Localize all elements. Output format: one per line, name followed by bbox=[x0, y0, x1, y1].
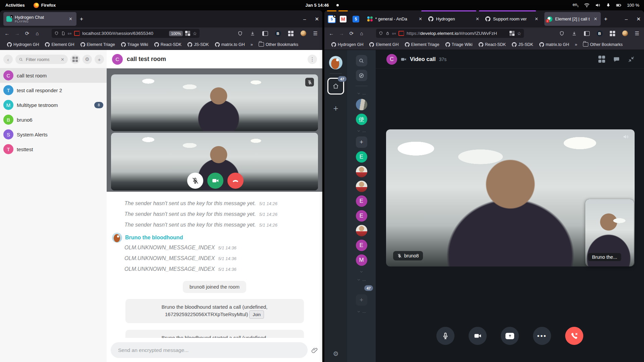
permissions-icon[interactable]: o≡ bbox=[392, 32, 396, 35]
forward-button[interactable]: → bbox=[336, 31, 346, 36]
section-collapse-row[interactable]: … bbox=[357, 128, 366, 133]
room-avatar-char[interactable]: 使 bbox=[356, 114, 367, 125]
split-view-icon[interactable] bbox=[509, 31, 515, 36]
permissions-icon[interactable]: o≡ bbox=[68, 32, 72, 35]
room-avatar-letter[interactable]: E bbox=[356, 151, 367, 163]
zoom-level-chip[interactable]: 100% bbox=[169, 31, 183, 36]
hangup-button[interactable] bbox=[565, 327, 583, 345]
close-window-button[interactable]: ✕ bbox=[315, 16, 319, 22]
room-avatar[interactable]: C bbox=[386, 54, 397, 65]
room-avatar-photo[interactable] bbox=[356, 225, 367, 236]
settings-gear-button[interactable]: ⚙ bbox=[83, 55, 92, 64]
clock[interactable]: Jan 5 14:46 bbox=[0, 3, 644, 8]
mute-mic-button[interactable] bbox=[187, 173, 203, 189]
user-avatar[interactable] bbox=[329, 56, 342, 69]
sender-name[interactable]: Bruno the bloodhound bbox=[125, 235, 183, 241]
bookmark-item[interactable]: Triage Wiki bbox=[443, 41, 475, 48]
section-collapse-row[interactable]: … bbox=[357, 277, 366, 282]
bookmark-item[interactable]: Element Triage bbox=[402, 41, 442, 48]
other-bookmarks-folder[interactable]: Other Bookmarks bbox=[581, 41, 625, 48]
add-room-button[interactable]: + bbox=[356, 136, 367, 148]
section-collapse-row[interactable]: … bbox=[357, 309, 366, 314]
system-tray[interactable]: en1 100 % bbox=[573, 0, 639, 10]
room-avatar-photo[interactable] bbox=[356, 99, 367, 110]
shield-icon[interactable] bbox=[379, 31, 383, 36]
new-tab-button[interactable]: + bbox=[601, 16, 611, 22]
back-chevron-button[interactable]: ‹ bbox=[3, 55, 13, 64]
extensions-icon[interactable] bbox=[288, 31, 293, 36]
speaker-volume-icon[interactable] bbox=[623, 133, 629, 140]
bookmarks-overflow-chevron[interactable]: » bbox=[573, 42, 579, 47]
forward-button[interactable]: → bbox=[12, 31, 22, 36]
bookmark-star-icon[interactable]: ☆ bbox=[517, 31, 521, 36]
room-options-kebab-button[interactable]: ⋮ bbox=[308, 55, 317, 64]
account-extension-icon[interactable] bbox=[622, 31, 628, 36]
join-call-button[interactable]: Join bbox=[249, 310, 264, 319]
change-layout-icon[interactable] bbox=[598, 56, 605, 63]
protections-shield-icon[interactable] bbox=[237, 31, 243, 36]
sidebar-toggle-icon[interactable] bbox=[584, 31, 590, 36]
reload-button[interactable]: ⟳ bbox=[346, 31, 357, 37]
pinned-tab-gmail-icon[interactable]: M bbox=[340, 16, 346, 22]
hangup-button[interactable] bbox=[227, 173, 244, 189]
room-list-item-call-test-room[interactable]: Ccall test room bbox=[0, 68, 107, 83]
tab-close-icon[interactable]: ✕ bbox=[473, 16, 482, 21]
bookmark-item[interactable]: Hydrogen GH bbox=[5, 41, 41, 48]
quick-settings-gear-icon[interactable]: ⚙ bbox=[324, 350, 347, 358]
bookmark-item[interactable]: Triage Wiki bbox=[119, 41, 151, 48]
video-tile-local[interactable] bbox=[111, 133, 318, 190]
lock-icon[interactable] bbox=[385, 31, 390, 36]
app-menu[interactable]: Firefox bbox=[34, 3, 56, 8]
message-input[interactable] bbox=[111, 342, 308, 358]
sender-avatar[interactable] bbox=[112, 233, 122, 243]
room-avatar-photo[interactable] bbox=[356, 181, 367, 192]
video-tile-remote[interactable] bbox=[111, 74, 318, 131]
bookmark-item[interactable]: Hydrogen GH bbox=[329, 41, 366, 48]
create-space-button[interactable]: + bbox=[333, 103, 338, 114]
tab-support-room[interactable]: Support room ver ✕ bbox=[483, 13, 542, 25]
bookmark-item[interactable]: Element GH bbox=[367, 41, 401, 48]
minimize-button[interactable]: – bbox=[303, 16, 306, 22]
activities-button[interactable]: Activities bbox=[5, 3, 25, 8]
bookmark-item[interactable]: JS-SDK bbox=[509, 41, 535, 48]
add-room-button[interactable]: + bbox=[95, 55, 104, 64]
url-text[interactable]: localhost:3000/#/session/63655340 bbox=[82, 31, 167, 36]
tab-hydrogen-chat[interactable]: ▶ Hydrogen Chat PLAYING ✕ bbox=[3, 12, 76, 26]
room-avatar-letter[interactable]: M bbox=[356, 254, 367, 266]
filter-rooms-input[interactable] bbox=[25, 57, 50, 62]
clear-filter-icon[interactable]: ✕ bbox=[61, 57, 64, 62]
bookmark-item[interactable]: Element GH bbox=[43, 41, 76, 48]
collapse-view-icon[interactable] bbox=[628, 56, 635, 63]
pinned-tab-google-calendar-icon[interactable]: 5▶ bbox=[328, 15, 336, 23]
downloads-icon[interactable] bbox=[250, 31, 255, 36]
bookmark-item[interactable]: React-SDK bbox=[476, 41, 508, 48]
explore-rooms-button[interactable] bbox=[356, 70, 367, 81]
menu-hamburger-icon[interactable]: ☰ bbox=[635, 31, 639, 37]
screen-share-button[interactable] bbox=[501, 327, 519, 345]
page-info-icon[interactable] bbox=[61, 31, 65, 36]
shield-icon[interactable] bbox=[54, 31, 59, 36]
attachment-paperclip-icon[interactable] bbox=[311, 347, 318, 354]
reload-button[interactable]: ⟳ bbox=[22, 31, 32, 37]
extensions-icon[interactable] bbox=[610, 31, 615, 36]
room-avatar-letter[interactable]: E bbox=[356, 240, 367, 251]
search-button[interactable] bbox=[356, 55, 367, 66]
tab-close-icon[interactable]: ✕ bbox=[591, 16, 600, 21]
chat-bubble-icon[interactable] bbox=[613, 56, 620, 63]
grid-view-button[interactable] bbox=[70, 55, 80, 64]
url-text[interactable]: https://develop.element.io/#/room/!ZUWvF… bbox=[407, 31, 507, 36]
back-button[interactable]: ← bbox=[326, 31, 336, 36]
room-avatar-letter[interactable]: E bbox=[356, 210, 367, 222]
new-tab-button[interactable]: + bbox=[76, 16, 87, 22]
room-list-item-multitype-testroom[interactable]: MMultitype testroom8 bbox=[0, 98, 107, 112]
tab-slack-general[interactable]: * general - AnDa ✕ bbox=[365, 13, 426, 25]
self-video-pip[interactable]: Bruno the... bbox=[585, 199, 634, 266]
tab-close-icon[interactable]: ✕ bbox=[66, 16, 75, 21]
url-bar[interactable]: o≡ localhost:3000/#/session/63655340 100… bbox=[52, 29, 200, 38]
section-collapse-row[interactable]: … bbox=[357, 91, 366, 96]
bookmark-item[interactable]: matrix.to GH bbox=[213, 41, 247, 48]
menu-hamburger-icon[interactable]: ☰ bbox=[313, 31, 318, 37]
room-list-item-test-call-responder[interactable]: Ttest call responder 2 bbox=[0, 83, 107, 98]
room-list-item-system-alerts[interactable]: SSystem Alerts bbox=[0, 127, 107, 142]
tab-hydrogen-github[interactable]: Hydrogen ✕ bbox=[426, 13, 483, 25]
